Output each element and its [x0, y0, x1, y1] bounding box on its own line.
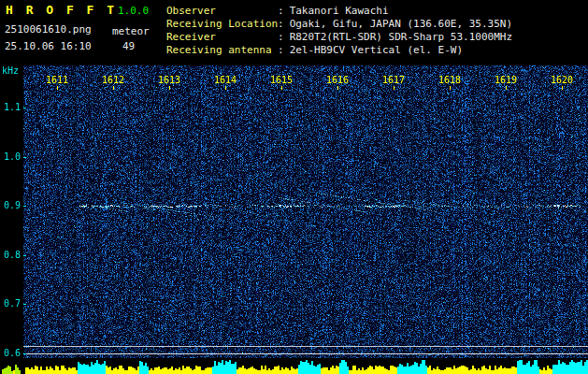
- y-tick-1.0: 1.0: [0, 152, 21, 162]
- info-separator: :: [278, 18, 284, 30]
- info-label: Receiving Location: [166, 18, 278, 31]
- info-label: Receiving antenna: [166, 44, 278, 57]
- info-value: Ogaki, Gifu, JAPAN (136.60E, 35.35N): [290, 18, 512, 30]
- info-separator: :: [278, 44, 284, 56]
- x-tick-1613: 1613: [154, 76, 184, 85]
- info-row-location: Receiving Location:Ogaki, Gifu, JAPAN (1…: [166, 18, 512, 31]
- info-value: 2el-HB9CV Vertical (el. E-W): [290, 44, 463, 56]
- info-label: Receiver: [166, 31, 278, 44]
- x-tick-1617: 1617: [379, 76, 409, 85]
- header: H R O F F T 1.0.0 2510061610.png meteor …: [0, 0, 588, 65]
- y-axis-unit-label: kHz: [2, 66, 19, 76]
- y-tick-0.6: 0.6: [0, 349, 21, 358]
- echo-count: 49: [122, 40, 135, 52]
- info-row-observer: Observer:Takanori Kawachi: [166, 5, 512, 18]
- x-tick-1619: 1619: [491, 76, 521, 85]
- y-tick-0.8: 0.8: [0, 251, 21, 260]
- x-tick-1618: 1618: [435, 76, 465, 85]
- output-filename: 2510061610.png: [5, 23, 92, 36]
- x-tick-1616: 1616: [323, 76, 352, 85]
- hrofft-window: H R O F F T 1.0.0 2510061610.png meteor …: [0, 0, 588, 374]
- x-tick-1611: 1611: [42, 76, 72, 85]
- spectrogram-canvas: [0, 65, 588, 374]
- info-label: Observer: [166, 5, 278, 18]
- app-title: H R O F F T: [6, 3, 117, 17]
- info-separator: :: [278, 5, 284, 17]
- info-row-receiver: Receiver:R820T2(RTL-SDR) SDR-Sharp 53.10…: [166, 31, 512, 44]
- y-tick-0.9: 0.9: [0, 201, 21, 210]
- info-value: R820T2(RTL-SDR) SDR-Sharp 53.1000MHz: [290, 31, 512, 43]
- y-tick-0.7: 0.7: [0, 299, 21, 309]
- station-info: Observer:Takanori Kawachi Receiving Loca…: [166, 5, 512, 57]
- x-tick-1620: 1620: [547, 76, 577, 85]
- x-tick-1612: 1612: [98, 76, 128, 85]
- app-version: 1.0.0: [118, 5, 149, 17]
- mode-label: meteor: [112, 25, 150, 37]
- info-separator: :: [278, 31, 284, 43]
- y-tick-1.1: 1.1: [0, 103, 21, 112]
- info-row-antenna: Receiving antenna:2el-HB9CV Vertical (el…: [166, 44, 512, 57]
- info-value: Takanori Kawachi: [290, 5, 389, 17]
- x-tick-1614: 1614: [210, 76, 240, 85]
- timestamp: 25.10.06 16:10: [5, 40, 92, 52]
- x-tick-1615: 1615: [266, 76, 296, 85]
